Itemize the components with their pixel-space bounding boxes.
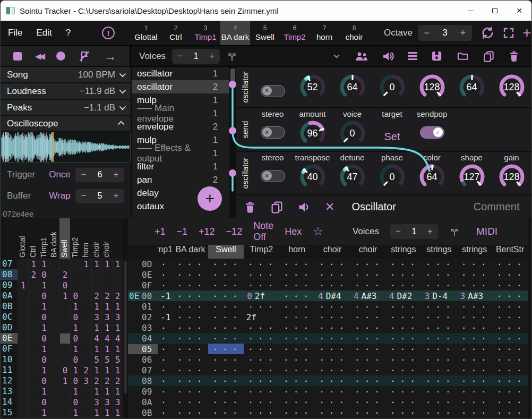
note-cell[interactable]: ··· — [158, 301, 173, 312]
note-cell[interactable]: ··· — [350, 354, 386, 365]
note-cell[interactable]: ··· — [279, 290, 315, 301]
note-cell[interactable]: ··· — [244, 365, 279, 375]
pattern-cell[interactable] — [49, 301, 59, 312]
note-cell[interactable]: ··· — [244, 386, 279, 397]
pattern-cell[interactable] — [28, 312, 39, 322]
note-cell[interactable]: ··· — [457, 312, 492, 322]
pattern-cell[interactable]: 1 — [39, 280, 49, 290]
pattern-cell[interactable]: 1 — [39, 365, 49, 375]
instrument-tab-timp1[interactable]: 3Timp1 — [191, 21, 220, 45]
octave-plus-button[interactable]: + — [454, 28, 472, 39]
note-cell[interactable]: ··· — [457, 386, 492, 397]
pattern-cell[interactable]: 0 — [70, 397, 81, 407]
note-cell[interactable]: ··· — [173, 259, 208, 269]
param-knob[interactable]: 0 — [378, 73, 407, 101]
note-cell[interactable]: ··· — [350, 312, 386, 322]
pattern-cell[interactable] — [81, 386, 91, 397]
pattern-cell[interactable]: 2 — [91, 375, 102, 386]
pattern-cell[interactable]: 0 — [70, 333, 81, 344]
sendpop-toggle[interactable]: ✓ — [420, 126, 444, 139]
note-cell[interactable]: ··· — [158, 354, 173, 365]
pattern-cell[interactable] — [18, 322, 28, 333]
pattern-cell[interactable]: 1 — [101, 407, 112, 418]
note-cell[interactable]: ··· — [421, 354, 457, 365]
note-cell[interactable]: ··· — [208, 344, 244, 354]
note-cell[interactable]: ··· — [244, 301, 279, 312]
pattern-cell[interactable]: 0 — [59, 280, 70, 290]
note-cell[interactable]: ··· — [421, 407, 457, 418]
unit-comment-field[interactable]: Comment — [474, 201, 520, 213]
note-cell[interactable]: ··· — [315, 280, 350, 290]
pattern-cell[interactable]: 1 — [70, 301, 81, 312]
note-cell[interactable]: ··· — [173, 290, 208, 301]
pattern-cell[interactable]: 0 — [70, 375, 81, 386]
note-cell[interactable]: ··· — [315, 375, 350, 386]
note-cell[interactable]: ··· — [244, 269, 279, 280]
instrument-tab-ba-dark[interactable]: 4BA dark — [220, 21, 250, 45]
pattern-cell[interactable]: 2 — [101, 375, 112, 386]
note-cell[interactable]: ··· — [421, 322, 457, 333]
unit-list-item-3[interactable]: ––– Main envelope1 — [132, 107, 229, 120]
note-cell[interactable]: ··· — [457, 259, 492, 269]
pattern-cell[interactable]: 1 — [112, 301, 123, 312]
pattern-cell[interactable]: 1 — [91, 344, 102, 354]
note-cell[interactable]: ··· — [279, 407, 315, 418]
note-cell[interactable]: ··· — [421, 269, 457, 280]
note-cell[interactable]: ··· — [279, 312, 315, 322]
pattern-cell[interactable] — [59, 301, 70, 312]
pattern-cell[interactable]: 1 — [101, 322, 112, 333]
pattern-cell[interactable]: 0 — [70, 312, 81, 322]
volume-icon[interactable] — [382, 50, 394, 63]
pattern-cell[interactable]: 0 — [39, 312, 49, 322]
note-cell[interactable]: ··· — [173, 375, 208, 386]
pattern-cell[interactable] — [101, 269, 112, 280]
pattern-cell[interactable] — [18, 375, 28, 386]
note-cell[interactable]: ··· — [457, 397, 492, 407]
pattern-cell[interactable]: 3 — [91, 312, 102, 322]
pattern-cell[interactable]: 1 — [59, 290, 70, 301]
note-voices-plus-button[interactable]: + — [422, 226, 438, 237]
pattern-cell[interactable]: 3 — [101, 397, 112, 407]
phase-knob[interactable]: 0 — [378, 163, 407, 191]
pattern-cell[interactable]: 2 — [28, 269, 39, 280]
note-cell[interactable]: ··· — [492, 386, 528, 397]
note-cell[interactable]: ··· — [208, 333, 244, 344]
pattern-cell[interactable]: 1 — [112, 407, 123, 418]
note-cell[interactable]: ··· — [492, 397, 528, 407]
note-cell[interactable]: ··· — [492, 301, 528, 312]
note-cell[interactable]: ··· — [457, 375, 492, 386]
copy-icon[interactable] — [483, 50, 495, 63]
track-header-strings-8[interactable]: strings — [421, 245, 457, 259]
note-cell[interactable]: ··· — [208, 407, 244, 418]
note-cell[interactable]: ··· — [385, 280, 421, 290]
pattern-cell[interactable] — [81, 397, 91, 407]
note-cell[interactable]: ··· — [173, 407, 208, 418]
note-cell[interactable]: ··· — [385, 386, 421, 397]
pattern-cell[interactable]: 1 — [70, 386, 81, 397]
pattern-cell[interactable] — [59, 312, 70, 322]
pattern-cell[interactable] — [81, 280, 91, 290]
pattern-cell[interactable] — [81, 312, 91, 322]
pattern-cell[interactable]: 5 — [112, 354, 123, 365]
pattern-cell[interactable]: 1 — [91, 322, 102, 333]
note-cell[interactable]: ··· — [244, 344, 279, 354]
note-cell[interactable]: 4D#4 — [315, 290, 350, 301]
note-cell[interactable]: ··· — [279, 301, 315, 312]
note-cell[interactable]: ··· — [385, 354, 421, 365]
note-cell[interactable]: ··· — [173, 397, 208, 407]
note-cell[interactable]: ··· — [385, 322, 421, 333]
trigger-plus-button[interactable]: + — [108, 169, 124, 180]
note-cell[interactable]: ··· — [279, 280, 315, 290]
note-cell[interactable]: ··· — [315, 365, 350, 375]
note-cell[interactable]: ··· — [421, 259, 457, 269]
pattern-col-header-clipped[interactable] — [112, 218, 123, 259]
pattern-cell[interactable] — [28, 375, 39, 386]
note-cell[interactable]: ··· — [457, 280, 492, 290]
meter-row-loudness[interactable]: Loudness−11.9 dB — [1, 83, 131, 100]
pattern-cell[interactable]: 1 — [112, 344, 123, 354]
pattern-cell[interactable] — [59, 397, 70, 407]
shape-knob[interactable]: 127 — [458, 163, 486, 191]
pattern-cell[interactable]: 0 — [59, 365, 70, 375]
pattern-cell[interactable]: 1 — [81, 259, 91, 269]
note-grid-scrollbar[interactable] — [528, 218, 531, 419]
